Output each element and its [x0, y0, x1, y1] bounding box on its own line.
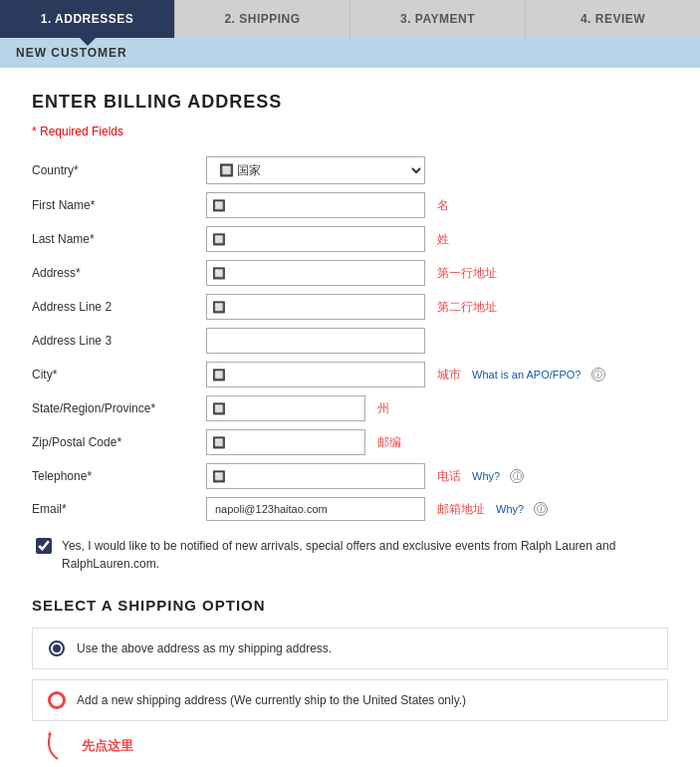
address2-label: Address Line 2	[32, 300, 206, 314]
address2-hint: 第二行地址	[437, 299, 497, 316]
country-select[interactable]: 🔲 国家 United States	[206, 156, 425, 184]
phone-field: 🔲 电话 Why? ⓘ	[206, 463, 668, 489]
email-row: Email* 邮箱地址 Why? ⓘ	[32, 497, 668, 521]
shipping-option-same: Use the above address as my shipping add…	[32, 628, 668, 669]
email-hint: 邮箱地址	[437, 501, 485, 518]
shipping-title: SELECT A SHIPPING OPTION	[32, 597, 668, 614]
state-input[interactable]	[206, 395, 365, 421]
required-note: * Required Fields	[32, 125, 668, 138]
city-hint: 城市	[437, 367, 461, 384]
phone-row: Telephone* 🔲 电话 Why? ⓘ	[32, 463, 668, 489]
email-info-icon[interactable]: ⓘ	[534, 502, 548, 516]
newsletter-row: Yes, I would like to be notified of new …	[32, 537, 668, 573]
annotation-click-here: 先点这里	[38, 731, 668, 761]
address-input[interactable]	[206, 260, 425, 286]
click-here-text: 先点这里	[82, 737, 133, 755]
phone-label: Telephone*	[32, 469, 206, 483]
address3-row: Address Line 3	[32, 328, 668, 354]
phone-why-link[interactable]: Why?	[469, 470, 500, 482]
zip-input[interactable]	[206, 429, 365, 455]
address3-label: Address Line 3	[32, 334, 206, 348]
step-payment[interactable]: 3. PAYMENT	[350, 0, 526, 38]
address3-input[interactable]	[206, 328, 425, 354]
lastname-row: Last Name* 🔲 姓	[32, 226, 668, 252]
step-review[interactable]: 4. REVIEW	[526, 0, 700, 38]
shipping-option-same-label: Use the above address as my shipping add…	[77, 641, 332, 655]
address-row: Address* 🔲 第一行地址	[32, 260, 668, 286]
step-addresses[interactable]: 1. ADDRESSES	[0, 0, 175, 38]
lastname-label: Last Name*	[32, 232, 206, 246]
country-row: Country* 🔲 国家 United States	[32, 156, 668, 184]
email-why-link[interactable]: Why?	[493, 503, 524, 515]
newsletter-checkbox[interactable]	[36, 538, 52, 554]
firstname-row: First Name* 🔲 名	[32, 192, 668, 218]
lastname-input[interactable]	[206, 226, 425, 252]
zip-label: Zip/Postal Code*	[32, 435, 206, 449]
address3-field	[206, 328, 668, 354]
phone-info-icon[interactable]: ⓘ	[510, 469, 524, 483]
apo-fpo-link[interactable]: What is an APO/FPO?	[469, 369, 582, 381]
shipping-option-new-label: Add a new shipping address (We currently…	[77, 693, 466, 707]
email-field: 邮箱地址 Why? ⓘ	[206, 497, 668, 521]
email-input[interactable]	[206, 497, 425, 521]
address-label: Address*	[32, 266, 206, 280]
address-field: 🔲 第一行地址	[206, 260, 668, 286]
address2-row: Address Line 2 🔲 第二行地址	[32, 294, 668, 320]
country-field: 🔲 国家 United States	[206, 156, 668, 184]
radio-same[interactable]	[49, 640, 65, 656]
address2-field: 🔲 第二行地址	[206, 294, 668, 320]
state-row: State/Region/Province* 🔲 州	[32, 395, 668, 421]
lastname-field: 🔲 姓	[206, 226, 668, 252]
zip-row: Zip/Postal Code* 🔲 邮编	[32, 429, 668, 455]
progress-bar: 1. ADDRESSES 2. SHIPPING 3. PAYMENT 4. R…	[0, 0, 700, 38]
address2-input[interactable]	[206, 294, 425, 320]
address-hint: 第一行地址	[437, 265, 497, 282]
email-label: Email*	[32, 502, 206, 516]
svg-marker-0	[48, 731, 52, 735]
city-label: City*	[32, 368, 206, 382]
shipping-option-new-wrapper: Add a new shipping address (We currently…	[32, 679, 668, 761]
apo-info-icon[interactable]: ⓘ	[591, 368, 605, 382]
radio-new[interactable]	[49, 692, 65, 708]
firstname-label: First Name*	[32, 198, 206, 212]
city-row: City* 🔲 城市 What is an APO/FPO? ⓘ	[32, 362, 668, 387]
arrow-up-icon	[38, 731, 78, 761]
phone-input[interactable]	[206, 463, 425, 489]
newsletter-label: Yes, I would like to be notified of new …	[62, 537, 664, 573]
city-field: 🔲 城市 What is an APO/FPO? ⓘ	[206, 362, 668, 387]
zip-field: 🔲 邮编	[206, 429, 668, 455]
firstname-hint: 名	[437, 197, 449, 214]
step-shipping[interactable]: 2. SHIPPING	[175, 0, 350, 38]
main-content: ENTER BILLING ADDRESS * Required Fields …	[0, 68, 700, 767]
state-hint: 州	[377, 400, 389, 417]
lastname-hint: 姓	[437, 231, 449, 248]
firstname-input[interactable]	[206, 192, 425, 218]
firstname-field: 🔲 名	[206, 192, 668, 218]
country-label: Country*	[32, 163, 206, 177]
zip-hint: 邮编	[377, 434, 401, 451]
form-title: ENTER BILLING ADDRESS	[32, 92, 668, 113]
phone-hint: 电话	[437, 468, 461, 485]
state-field: 🔲 州	[206, 395, 668, 421]
section-header: NEW CUSTOMER	[0, 38, 700, 68]
shipping-option-new: Add a new shipping address (We currently…	[32, 679, 668, 721]
state-label: State/Region/Province*	[32, 401, 206, 415]
city-input[interactable]	[206, 362, 425, 387]
